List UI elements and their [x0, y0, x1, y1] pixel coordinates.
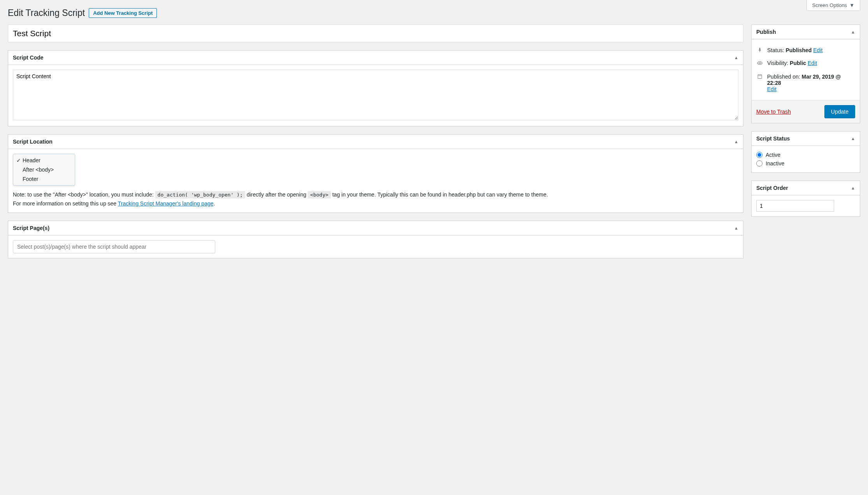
status-edit-link[interactable]: Edit: [813, 47, 822, 53]
visibility-value: Public: [790, 60, 806, 66]
script-order-panel: Script Order ▲: [751, 181, 860, 217]
script-status-heading: Script Status: [756, 135, 790, 142]
script-code-textarea[interactable]: Script Content: [13, 70, 738, 120]
visibility-label: Visibility:: [767, 60, 790, 66]
calendar-icon: [756, 74, 763, 80]
script-code-panel: Script Code ▲ Script Content: [8, 50, 743, 126]
location-option-footer[interactable]: Footer: [13, 174, 75, 184]
status-active-radio[interactable]: [756, 152, 763, 158]
status-active-label: Active: [766, 152, 780, 158]
status-inactive-label: Inactive: [766, 160, 784, 167]
script-pages-panel: Script Page(s) ▲: [8, 221, 743, 258]
note-after-body: tag in your theme. Typically this can be…: [332, 191, 548, 198]
visibility-edit-link[interactable]: Edit: [808, 60, 817, 66]
location-dropdown-menu: Header After <body> Footer: [13, 154, 75, 186]
visibility-row: Visibility: Public Edit: [756, 57, 855, 70]
collapse-icon[interactable]: ▲: [851, 136, 855, 141]
script-location-header[interactable]: Script Location ▲: [8, 135, 743, 149]
script-location-panel: Script Location ▲ Header After <body> Fo…: [8, 134, 743, 213]
chevron-down-icon: ▼: [849, 2, 854, 8]
status-value: Published: [785, 47, 812, 53]
status-row: Status: Published Edit: [756, 44, 855, 57]
script-status-header[interactable]: Script Status ▲: [752, 132, 860, 146]
status-label: Status:: [767, 47, 785, 53]
pages-select-input[interactable]: [13, 240, 215, 253]
publish-header[interactable]: Publish ▲: [752, 25, 860, 39]
screen-options-container: Screen Options ▼: [807, 0, 860, 11]
collapse-icon[interactable]: ▲: [734, 139, 738, 144]
note-mid: directly after the opening: [247, 191, 308, 198]
script-code-header[interactable]: Script Code ▲: [8, 51, 743, 65]
note-line2-prefix: For more information on setitng this up …: [13, 200, 118, 207]
location-option-after-body[interactable]: After <body>: [13, 165, 75, 174]
location-dropdown[interactable]: Header After <body> Footer: [13, 154, 75, 186]
publish-panel: Publish ▲ Status: Published Edit: [751, 25, 860, 123]
body-tag-code: <body>: [308, 191, 331, 198]
add-new-button[interactable]: Add New Tracking Script: [89, 8, 157, 18]
status-inactive-row[interactable]: Inactive: [756, 159, 855, 168]
collapse-icon[interactable]: ▲: [851, 186, 855, 190]
note-period: .: [214, 200, 215, 207]
script-order-heading: Script Order: [756, 185, 788, 191]
move-to-trash-link[interactable]: Move to Trash: [756, 109, 791, 115]
svg-point-0: [759, 62, 761, 64]
update-button[interactable]: Update: [824, 105, 855, 118]
note-prefix: Note: to use the "After <body>" location…: [13, 191, 155, 198]
script-pages-heading: Script Page(s): [13, 225, 49, 231]
location-option-header[interactable]: Header: [13, 156, 75, 165]
status-active-row[interactable]: Active: [756, 151, 855, 159]
script-status-panel: Script Status ▲ Active Inactive: [751, 131, 860, 173]
location-note: Note: to use the "After <body>" location…: [13, 190, 738, 208]
script-code-heading: Script Code: [13, 54, 44, 61]
eye-icon: [756, 60, 763, 67]
script-location-heading: Script Location: [13, 139, 53, 145]
page-title: Edit Tracking Script: [8, 8, 85, 18]
published-label: Published on:: [767, 74, 802, 80]
screen-options-button[interactable]: Screen Options ▼: [807, 0, 860, 11]
published-edit-link[interactable]: Edit: [767, 86, 777, 92]
script-order-input[interactable]: [756, 200, 834, 212]
screen-options-label: Screen Options: [812, 2, 847, 8]
svg-rect-1: [758, 75, 762, 79]
collapse-icon[interactable]: ▲: [851, 30, 855, 34]
script-pages-header[interactable]: Script Page(s) ▲: [8, 221, 743, 235]
publish-actions: Move to Trash Update: [752, 100, 860, 123]
landing-page-link[interactable]: Tracking Script Manager's landing page: [118, 200, 214, 207]
title-input[interactable]: [8, 25, 743, 42]
code-snippet: do_action( 'wp_body_open' );: [155, 191, 245, 198]
collapse-icon[interactable]: ▲: [734, 55, 738, 60]
page-header: Edit Tracking Script Add New Tracking Sc…: [8, 8, 860, 18]
published-row: Published on: Mar 29, 2019 @ 22:28 Edit: [756, 70, 855, 95]
status-inactive-radio[interactable]: [756, 160, 763, 167]
collapse-icon[interactable]: ▲: [734, 226, 738, 230]
pin-icon: [756, 47, 763, 54]
script-order-header[interactable]: Script Order ▲: [752, 181, 860, 195]
publish-heading: Publish: [756, 29, 776, 35]
